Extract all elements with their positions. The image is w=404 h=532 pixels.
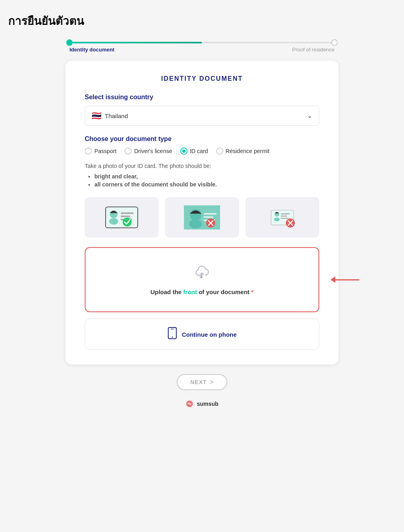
svg-point-26 bbox=[171, 337, 173, 338]
page-title: การยืนยันตัวตน bbox=[8, 12, 396, 30]
footer: sumsub bbox=[65, 400, 339, 408]
svg-point-9 bbox=[189, 219, 202, 228]
radio-residence-permit[interactable]: Residence permit bbox=[216, 147, 269, 155]
upload-text: Upload the front of your document * bbox=[95, 289, 309, 295]
next-arrow-icon: > bbox=[210, 379, 214, 385]
svg-rect-10 bbox=[204, 213, 216, 215]
svg-rect-0 bbox=[106, 207, 138, 228]
brand-name: sumsub bbox=[197, 401, 218, 407]
svg-rect-19 bbox=[281, 213, 290, 214]
country-selector[interactable]: 🇹🇭 Thailand ⌄ bbox=[85, 106, 319, 126]
phone-section[interactable]: Continue on phone bbox=[85, 319, 319, 350]
instruction-item-1: bright and clear, bbox=[94, 173, 319, 180]
svg-rect-11 bbox=[204, 216, 213, 218]
upload-icon bbox=[95, 264, 309, 284]
svg-rect-4 bbox=[121, 216, 131, 217]
svg-rect-3 bbox=[121, 213, 134, 214]
svg-rect-21 bbox=[281, 218, 288, 219]
step2-label: Proof of residence bbox=[292, 47, 335, 53]
step1-label: Identity document bbox=[69, 47, 114, 53]
country-section-label: Select issuing country bbox=[85, 94, 319, 101]
instruction-list: bright and clear, all corners of the doc… bbox=[85, 173, 319, 188]
card-title: IDENTITY DOCUMENT bbox=[85, 75, 319, 82]
doc-examples bbox=[85, 197, 319, 237]
country-value: Thailand bbox=[105, 113, 128, 119]
arrow-annotation bbox=[331, 276, 359, 283]
doc-type-row: Passport Driver's license ID card Reside… bbox=[85, 147, 319, 155]
svg-point-18 bbox=[274, 217, 280, 221]
doctype-section-label: Choose your document type bbox=[85, 135, 319, 143]
chevron-down-icon: ⌄ bbox=[307, 112, 312, 119]
next-btn-wrapper: NEXT > bbox=[65, 374, 339, 390]
country-flag: 🇹🇭 bbox=[92, 111, 102, 121]
upload-wrapper: Upload the front of your document * bbox=[85, 247, 319, 312]
instruction-text: Take a photo of your ID card. The photo … bbox=[85, 163, 319, 169]
svg-rect-7 bbox=[184, 205, 220, 229]
doc-example-good bbox=[85, 197, 159, 237]
sumsub-icon bbox=[186, 400, 194, 408]
doc-example-bad2 bbox=[245, 197, 319, 237]
instruction-item-2: all corners of the document should be vi… bbox=[94, 181, 319, 188]
svg-point-2 bbox=[109, 218, 118, 225]
radio-drivers-license[interactable]: Driver's license bbox=[124, 147, 172, 155]
upload-area[interactable]: Upload the front of your document * bbox=[85, 247, 319, 312]
identity-document-card: IDENTITY DOCUMENT Select issuing country… bbox=[65, 61, 339, 364]
svg-rect-27 bbox=[171, 329, 174, 329]
doc-example-bad1 bbox=[165, 197, 239, 237]
svg-point-6 bbox=[122, 217, 131, 226]
next-button[interactable]: NEXT > bbox=[177, 374, 228, 390]
svg-rect-20 bbox=[281, 216, 287, 217]
radio-id-card[interactable]: ID card bbox=[180, 147, 208, 155]
radio-passport[interactable]: Passport bbox=[85, 147, 116, 155]
phone-icon bbox=[167, 327, 177, 342]
phone-text: Continue on phone bbox=[182, 331, 237, 338]
